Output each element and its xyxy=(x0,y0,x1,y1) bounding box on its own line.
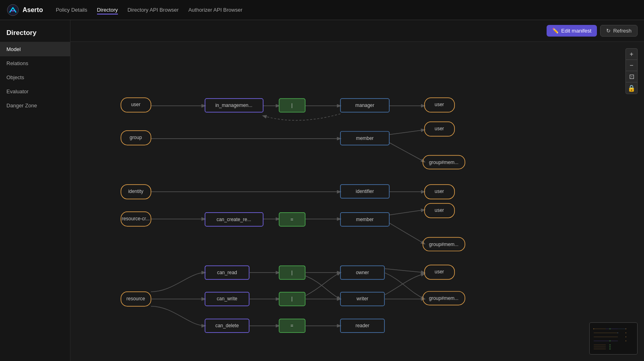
svg-text:reader: reader xyxy=(355,323,369,328)
svg-point-94 xyxy=(593,328,594,329)
zoom-in-button[interactable]: + xyxy=(626,49,637,60)
zoom-fit-button[interactable]: ⊡ xyxy=(626,71,637,82)
edit-manifest-button[interactable]: ✏️ Edit manifest xyxy=(547,25,597,37)
svg-text:group#mem...: group#mem... xyxy=(429,242,459,247)
aserto-logo-icon xyxy=(6,4,19,16)
svg-line-38 xyxy=(389,223,425,244)
svg-line-16 xyxy=(389,130,425,135)
svg-point-98 xyxy=(625,336,626,337)
nav-policy-details[interactable]: Policy Details xyxy=(56,5,87,14)
svg-text:user: user xyxy=(435,269,444,275)
svg-line-78 xyxy=(384,269,424,273)
svg-text:member: member xyxy=(356,217,374,222)
svg-rect-104 xyxy=(609,349,611,349)
page-title: Directory xyxy=(6,29,37,37)
svg-text:=: = xyxy=(291,217,293,222)
svg-text:|: | xyxy=(291,270,293,275)
zoom-lock-button[interactable]: 🔒 xyxy=(626,82,637,94)
svg-text:user: user xyxy=(435,207,444,213)
top-nav: Aserto Policy Details Directory Director… xyxy=(0,0,644,20)
svg-text:resource: resource xyxy=(126,296,145,302)
sidebar-item-relations[interactable]: Relations xyxy=(0,56,70,70)
sidebar-item-objects[interactable]: Objects xyxy=(0,70,70,84)
svg-text:writer: writer xyxy=(356,296,368,302)
svg-text:|: | xyxy=(291,296,293,302)
refresh-icon: ↻ xyxy=(606,28,611,34)
page-layout: Directory Model Relations Objects Evalua… xyxy=(0,20,644,361)
svg-text:in_managemen...: in_managemen... xyxy=(215,103,252,108)
sidebar: Directory Model Relations Objects Evalua… xyxy=(0,20,70,361)
graph-area[interactable]: + − ⊡ 🔒 xyxy=(70,42,644,361)
svg-text:group#mem...: group#mem... xyxy=(429,160,459,165)
svg-text:user: user xyxy=(435,189,444,194)
svg-text:identifier: identifier xyxy=(356,189,374,194)
main-content: ✏️ Edit manifest ↻ Refresh + − ⊡ 🔒 xyxy=(70,20,644,361)
svg-text:=: = xyxy=(291,323,293,328)
svg-text:user: user xyxy=(435,102,444,107)
nav-directory-api[interactable]: Directory API Browser xyxy=(128,5,179,14)
svg-text:can_create_re...: can_create_re... xyxy=(217,217,251,222)
svg-text:manager: manager xyxy=(355,103,374,108)
header-buttons: ✏️ Edit manifest ↻ Refresh xyxy=(547,25,638,37)
svg-rect-100 xyxy=(609,328,611,329)
svg-text:group#mem...: group#mem... xyxy=(429,295,459,301)
svg-point-95 xyxy=(617,332,618,333)
svg-point-99 xyxy=(625,340,626,341)
svg-line-17 xyxy=(389,143,425,162)
svg-text:can_read: can_read xyxy=(217,270,237,275)
svg-text:user: user xyxy=(435,126,444,131)
svg-point-0 xyxy=(7,4,19,16)
sidebar-item-evaluator[interactable]: Evaluator xyxy=(0,84,70,98)
graph-svg: user in_managemen... | manager user g xyxy=(70,42,644,361)
svg-point-97 xyxy=(625,332,626,333)
svg-point-96 xyxy=(625,328,626,329)
svg-text:identity: identity xyxy=(128,189,143,194)
svg-text:group: group xyxy=(130,135,142,140)
svg-text:can_delete: can_delete xyxy=(215,323,239,328)
sidebar-item-danger-zone[interactable]: Danger Zone xyxy=(0,98,70,113)
svg-rect-103 xyxy=(609,347,611,347)
svg-text:|: | xyxy=(291,103,293,108)
svg-text:resource-cr...: resource-cr... xyxy=(122,216,150,222)
svg-text:member: member xyxy=(356,135,374,141)
svg-rect-102 xyxy=(609,345,611,345)
zoom-controls: + − ⊡ 🔒 xyxy=(625,48,638,94)
svg-rect-101 xyxy=(609,340,611,341)
edit-icon: ✏️ xyxy=(552,28,559,34)
nav-authorizer-api[interactable]: Authorizer API Browser xyxy=(188,5,242,14)
zoom-out-button[interactable]: − xyxy=(626,60,637,71)
minimap xyxy=(589,322,638,355)
sidebar-item-model[interactable]: Model xyxy=(0,42,70,56)
minimap-svg xyxy=(590,323,638,355)
refresh-button[interactable]: ↻ Refresh xyxy=(600,25,638,37)
svg-line-37 xyxy=(389,210,425,215)
nav-directory[interactable]: Directory xyxy=(97,5,118,14)
svg-rect-84 xyxy=(590,325,638,353)
logo-area: Aserto xyxy=(6,4,43,16)
svg-text:owner: owner xyxy=(356,270,369,275)
app-name: Aserto xyxy=(23,6,43,14)
svg-text:can_write: can_write xyxy=(217,296,237,302)
content-header: ✏️ Edit manifest ↻ Refresh xyxy=(70,20,644,42)
svg-text:user: user xyxy=(131,102,140,107)
